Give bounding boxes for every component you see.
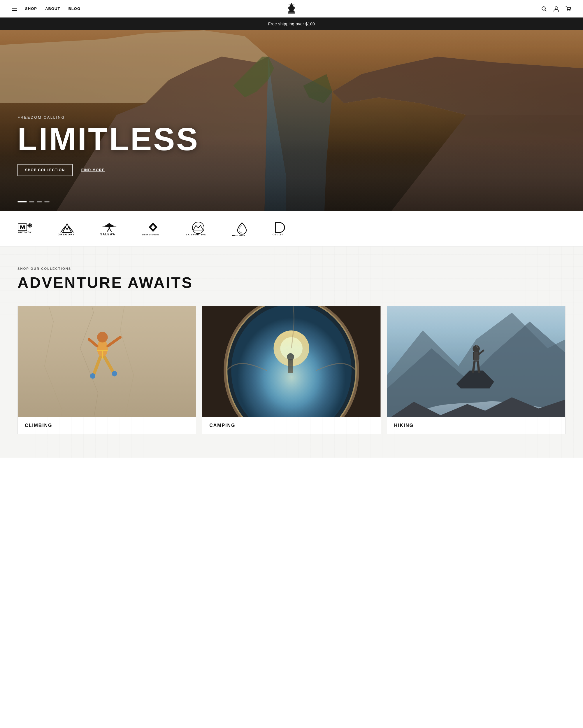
dot-1[interactable] [18, 201, 27, 202]
brand-lasportiva[interactable]: LA SPORTIVA [184, 223, 213, 234]
promo-banner: Free shipping over $100 [0, 18, 583, 30]
svg-text:deuter: deuter [273, 233, 283, 236]
nav-about[interactable]: ABOUT [45, 6, 60, 11]
collection-info-climbing: CLIMBING [18, 417, 196, 434]
shop-collection-button[interactable]: SHOP COLLECTION [18, 164, 73, 176]
collection-name-camping: CAMPING [209, 423, 235, 428]
svg-text:Black Diamond: Black Diamond [142, 233, 160, 236]
svg-text:GREGORY: GREGORY [58, 233, 75, 236]
hero-subtitle: FREEDOM CALLING [18, 115, 199, 120]
dot-3[interactable] [37, 201, 42, 202]
collections-section: SHOP OUR COLLECTIONS ADVENTURE AWAITS [0, 246, 583, 458]
site-logo[interactable] [286, 2, 297, 15]
svg-line-1 [545, 10, 547, 11]
svg-point-2 [555, 7, 557, 9]
collections-title: ADVENTURE AWAITS [18, 274, 565, 291]
hero-buttons: SHOP COLLECTION FIND MORE [18, 164, 199, 176]
dot-4[interactable] [44, 201, 50, 202]
brands-row: ORTOVOX GREGORY [18, 223, 565, 234]
nav-shop[interactable]: SHOP [25, 6, 37, 11]
collection-hiking[interactable]: HIKING [387, 306, 565, 434]
brands-section: ORTOVOX GREGORY [0, 211, 583, 246]
svg-text:LA SPORTIVA: LA SPORTIVA [186, 233, 206, 236]
nav-blog[interactable]: BLOG [68, 6, 80, 11]
svg-text:HydraPak: HydraPak [232, 234, 245, 236]
svg-rect-35 [387, 306, 565, 417]
svg-point-19 [112, 371, 117, 376]
collection-camping[interactable]: CAMPING [202, 306, 381, 434]
svg-point-4 [570, 10, 571, 11]
brand-gregory[interactable]: GREGORY [55, 223, 79, 234]
brand-salewa[interactable]: SALEWA [96, 223, 122, 234]
banner-text: Free shipping over $100 [268, 22, 315, 26]
svg-point-18 [90, 373, 95, 379]
brand-deuter[interactable]: deuter [271, 223, 292, 234]
hero-content: FREEDOM CALLING LIMITLESS SHOP COLLECTIO… [18, 115, 199, 176]
svg-text:ORTOVOX: ORTOVOX [18, 231, 32, 234]
collection-info-hiking: HIKING [387, 417, 565, 434]
collection-name-hiking: HIKING [394, 423, 414, 428]
collections-grid: CLIMBING [18, 306, 565, 434]
svg-text:SALEWA: SALEWA [100, 233, 115, 236]
nav-right [541, 6, 571, 12]
svg-point-3 [567, 10, 568, 11]
find-more-button[interactable]: FIND MORE [81, 168, 105, 172]
account-icon[interactable] [553, 6, 559, 12]
brand-ortovox[interactable]: ORTOVOX [18, 223, 38, 234]
search-icon[interactable] [541, 6, 547, 12]
collection-info-camping: CAMPING [202, 417, 381, 434]
brand-blackdiamond[interactable]: Black Diamond [140, 223, 166, 234]
hero-carousel-dots [18, 201, 50, 202]
brand-hydrapak[interactable]: HydraPak [230, 223, 254, 234]
collection-climbing[interactable]: CLIMBING [18, 306, 196, 434]
hero-section: FREEDOM CALLING LIMITLESS SHOP COLLECTIO… [0, 30, 583, 211]
svg-point-17 [97, 332, 108, 343]
cart-icon[interactable] [565, 6, 571, 12]
dot-2[interactable] [29, 201, 34, 202]
nav-left: SHOP ABOUT BLOG [12, 6, 80, 11]
collections-label: SHOP OUR COLLECTIONS [18, 267, 565, 270]
hamburger-menu[interactable] [12, 7, 17, 11]
hero-title: LIMITLESS [18, 123, 199, 155]
collection-name-climbing: CLIMBING [25, 423, 52, 428]
navigation: SHOP ABOUT BLOG [0, 0, 583, 18]
